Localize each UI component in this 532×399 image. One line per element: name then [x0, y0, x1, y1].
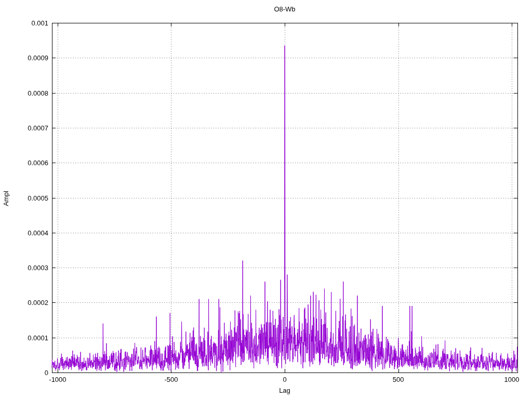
- y-tick-label: 0: [2, 369, 48, 376]
- plot-canvas: [0, 0, 532, 399]
- y-tick-label: 0.0003: [2, 264, 48, 271]
- y-tick-label: 0.0002: [2, 299, 48, 306]
- x-tick-label: 1000: [491, 376, 532, 383]
- x-tick-label: -1000: [37, 376, 78, 383]
- x-tick-label: 500: [378, 376, 419, 383]
- x-tick-label: 0: [264, 376, 305, 383]
- y-tick-label: 0.001: [2, 20, 48, 26]
- x-axis-title: Lag: [52, 387, 517, 394]
- chart-title: O8-Wb: [52, 5, 517, 13]
- correlation-chart: O8-Wb Ampl Lag 00.00010.00020.00030.0004…: [0, 0, 532, 399]
- x-tick-label: -500: [150, 376, 192, 383]
- y-tick-label: 0.0005: [2, 195, 48, 202]
- y-tick-label: 0.0001: [2, 335, 48, 341]
- y-tick-label: 0.0008: [2, 90, 48, 97]
- y-tick-label: 0.0007: [2, 125, 48, 131]
- y-tick-label: 0.0004: [2, 230, 48, 236]
- y-tick-label: 0.0009: [2, 55, 48, 61]
- y-tick-label: 0.0006: [2, 159, 48, 166]
